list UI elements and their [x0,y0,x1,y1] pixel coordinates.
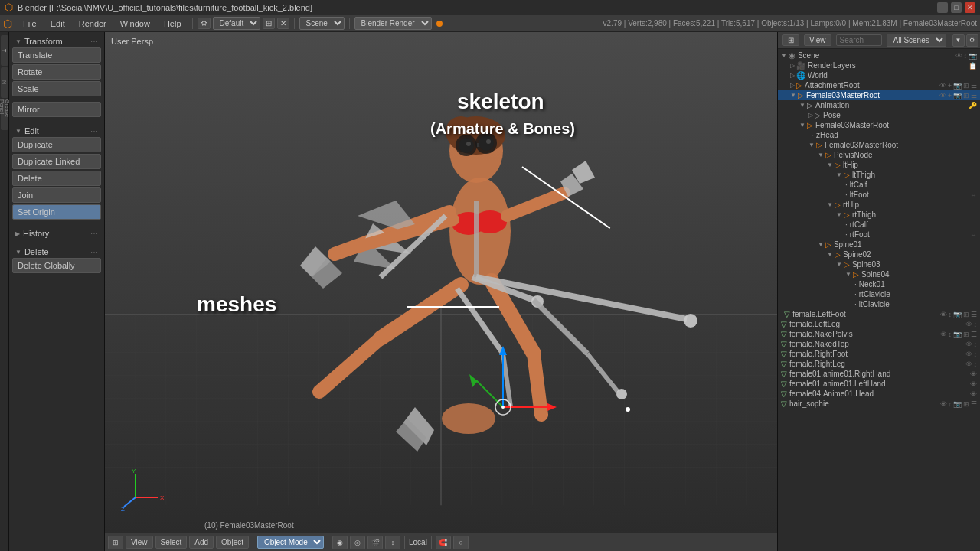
outliner-item-female-rightleg[interactable]: ▽ female.RightLeg 👁 ↕ [778,359,980,369]
outliner-item-female-nakepelvis[interactable]: ▽ female.NakePelvis 👁 ↕ 📷 ⊞ ☰ [778,329,980,339]
outliner-item-scene[interactable]: ▼ ◉ Scene 👁 ↕ 📷 [778,51,980,60]
outliner-item-spine04[interactable]: ▼ ▷ Spine04 [778,269,980,279]
viewport-icon-btn[interactable]: ⊞ [108,536,123,549]
history-header[interactable]: ▶ History ⋯ [12,227,101,240]
render-engine-select[interactable]: Blender Render [354,17,432,30]
scene-select[interactable]: Scene [299,17,345,30]
join-button[interactable]: Join [12,187,101,203]
outliner-item-renderlayers[interactable]: ▷ 🎥 RenderLayers 📋 [778,60,980,70]
manip-icon[interactable]: ↕ [385,536,400,549]
maximize-button[interactable]: □ [951,2,962,13]
menu-edit[interactable]: Edit [44,18,71,30]
flf-cur[interactable]: ↕ [949,311,952,318]
delete-header[interactable]: ▼ Delete ⋯ [12,246,101,258]
ar-render-icon[interactable]: 📷 [953,82,962,90]
outliner-item-zhead[interactable]: · zHead [778,130,980,140]
rl-icon2[interactable]: 📋 [969,62,977,70]
outliner-item-rtclavicle[interactable]: · rtClavicle [778,289,980,299]
transform-header[interactable]: ▼ Transform ⋯ [12,35,101,47]
fnp-vis[interactable]: 👁 [940,331,947,338]
hs-cur[interactable]: ↕ [949,400,952,408]
outliner-item-rthip[interactable]: ▼ ▷ rtHip [778,200,980,210]
outliner-item-rtfoot[interactable]: · rtFoot ↔ [778,230,980,240]
frf-cur[interactable]: ↕ [974,350,978,358]
hs-rend[interactable]: 📷 [953,400,962,408]
proportional-edit-icon[interactable]: ○ [453,536,469,549]
outliner-item-neck01[interactable]: · Neck01 [778,279,980,289]
outliner-item-spine03[interactable]: ▼ ▷ Spine03 [778,259,980,269]
frl-vis[interactable]: 👁 [965,360,972,368]
translate-button[interactable]: Translate [12,47,101,63]
tools-icon-tab[interactable]: T [1,35,8,66]
outliner-item-ltclavicle[interactable]: · ltClavicle [778,299,980,309]
scale-button[interactable]: Scale [12,81,101,96]
outliner-item-anime-righthand[interactable]: ▽ female01.anime01.RightHand 👁 [778,369,980,379]
screen-layout-select[interactable]: Default [213,17,260,30]
outliner-item-world[interactable]: ▷ 🌐 World [778,70,980,80]
render-icon[interactable]: 🎬 [368,536,383,549]
flf-mod[interactable]: ☰ [971,311,977,318]
fmr-render-icon[interactable]: 📷 [953,92,962,99]
outliner-item-female-leftleg[interactable]: ▽ female.LeftLeg 👁 ↕ [778,319,980,329]
fnp-rend[interactable]: 📷 [953,331,962,338]
outliner-item-pose[interactable]: ▷ ▷ Pose [778,110,980,120]
outliner-item-lthip[interactable]: ▼ ▷ ltHip [778,160,980,170]
snapping-icon[interactable]: 🧲 [436,536,451,549]
menu-render[interactable]: Render [73,18,113,30]
outliner-item-pelvisnode[interactable]: ▼ ▷ PelvisNode [778,150,980,160]
hs-mesh[interactable]: ⊞ [963,400,969,408]
viewport-shading-icon[interactable]: ◉ [332,536,348,549]
rtfoot-extra-icon[interactable]: ↔ [970,231,977,239]
ar-bone-icon[interactable]: ☰ [971,82,977,90]
outliner-item-spine02[interactable]: ▼ ▷ Spine02 [778,249,980,259]
outliner-item-anime-head[interactable]: ▽ female04.Anime01.Head 👁 [778,389,980,399]
fnp-mesh[interactable]: ⊞ [963,331,969,338]
scene-vis-icon[interactable]: 👁 [956,52,962,60]
viewport-shading2-icon[interactable]: ◎ [350,536,365,549]
fmr-vis-icon[interactable]: 👁 [939,92,946,99]
scenes-select[interactable]: All Scenes [887,34,946,47]
outliner-item-anime-lefthand[interactable]: ▽ female01.anime01.LeftHand 👁 [778,379,980,389]
fnp-mod[interactable]: ☰ [971,331,977,338]
flf-vis[interactable]: 👁 [940,311,947,318]
outliner-icon-btn[interactable]: ⊞ [782,34,799,46]
fnt-cur[interactable]: ↕ [974,341,978,348]
outliner-item-female-rightfoot[interactable]: ▽ female.RightFoot 👁 ↕ [778,349,980,359]
ar-cursor-icon[interactable]: + [948,82,952,90]
edit-header[interactable]: ▼ Edit ⋯ [12,125,101,137]
fmr-bone-icon[interactable]: ☰ [971,92,977,99]
menu-help[interactable]: Help [158,18,188,30]
duplicate-button[interactable]: Duplicate [12,137,101,152]
outliner-item-female-leftfoot[interactable]: ▽ female.LeftFoot 👁 ↕ 📷 ⊞ ☰ [778,309,980,319]
object-menu-btn[interactable]: Object [216,536,249,549]
outliner-settings-icon[interactable]: ⚙ [966,34,978,47]
fnp-cur[interactable]: ↕ [949,331,952,338]
fnt-vis[interactable]: 👁 [965,341,972,348]
outliner-item-hair-sophie[interactable]: ▽ hair_sophie 👁 ↕ 📷 ⊞ ☰ [778,399,980,409]
close-button[interactable]: ✕ [965,2,975,13]
outliner-view-btn[interactable]: View [804,34,831,46]
set-origin-button[interactable]: Set Origin [12,204,101,220]
fll-vis[interactable]: 👁 [965,321,972,328]
menu-file[interactable]: File [17,18,43,30]
outliner-item-female03masterroot[interactable]: ▼ ▷ Female03MasterRoot 👁 + 📷 ⊞ ☰ [778,90,980,100]
fll-cur[interactable]: ↕ [974,321,978,328]
hs-vis[interactable]: 👁 [940,400,947,408]
outliner-item-ltfoot[interactable]: · ltFoot ↔ [778,190,980,200]
outliner-item-ltthigh[interactable]: ▼ ▷ ltThigh [778,170,980,180]
select-menu-btn[interactable]: Select [155,536,188,549]
outliner-item-animation[interactable]: ▼ ▷ Animation 🔑 [778,100,980,110]
fmr-cursor-icon[interactable]: + [948,92,952,99]
duplicate-linked-button[interactable]: Duplicate Linked [12,154,101,169]
viewport-3d[interactable]: User Persp skeleton (Armature & Bones) m… [105,32,777,551]
scene-render-icon[interactable]: 📷 [969,52,977,60]
mirror-button[interactable]: Mirror [12,102,101,117]
outliner-item-fmr-sub[interactable]: ▼ ▷ Female03MasterRoot [778,140,980,150]
view-menu-btn[interactable]: View [126,536,153,549]
outliner-filter-icon[interactable]: ▼ [952,34,965,47]
anim-key-icon[interactable]: 🔑 [969,102,977,109]
delete-globally-button[interactable]: Delete Globally [12,258,101,273]
ah-vis[interactable]: 👁 [970,390,977,398]
fmr-data-icon[interactable]: ⊞ [963,92,969,99]
delete-button[interactable]: Delete [12,171,101,186]
